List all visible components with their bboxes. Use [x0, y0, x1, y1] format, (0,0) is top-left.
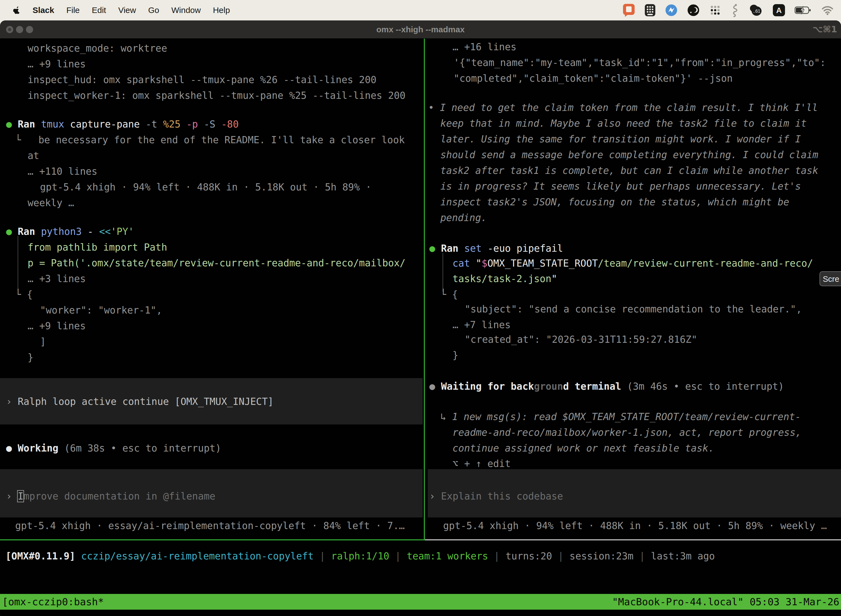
title-bar[interactable]: omx --xhigh --madmax ⌥⌘1 — [0, 21, 841, 38]
dots-grid-icon[interactable] — [709, 4, 721, 16]
menu-go[interactable]: Go — [148, 6, 159, 15]
screen-overlay-button[interactable]: Scre — [819, 271, 841, 286]
tmux-host-clock: "MacBook-Pro-44.local" 05:03 31-Mar-26 — [612, 594, 840, 610]
terminal-window: omx --xhigh --madmax ⌥⌘1 — [0, 21, 841, 616]
crescent-circle-icon[interactable] — [687, 4, 700, 16]
squiggle-icon[interactable] — [731, 3, 739, 17]
menu-help[interactable]: Help — [213, 6, 230, 15]
tmux-status-bar: [omx-cczip0:bash* "MacBook-Pro-44.local"… — [0, 594, 841, 610]
wifi-icon[interactable] — [821, 5, 834, 15]
menu-bar: Slack File Edit View Go Window Help — [0, 0, 841, 21]
badge-61-icon[interactable]: ..61 — [748, 4, 763, 17]
input-source-icon[interactable]: A — [772, 4, 785, 16]
menu-view[interactable]: View — [118, 6, 136, 15]
menu-bar-left: Slack File Edit View Go Window Help — [0, 6, 230, 15]
menu-bar-status-icons: ..61 A — [623, 0, 841, 21]
tmux-session-label: [omx-cczip0:bash* — [2, 594, 104, 610]
keypad-icon[interactable] — [645, 4, 656, 16]
svg-text:..61: ..61 — [753, 9, 760, 13]
menu-window[interactable]: Window — [171, 6, 201, 15]
pane-divider-vertical[interactable] — [424, 39, 425, 540]
chat-badge-icon[interactable] — [623, 3, 635, 17]
screen: Slack File Edit View Go Window Help — [0, 0, 841, 616]
window-title: omx --xhigh --madmax — [0, 21, 841, 38]
pane-divider-horizontal-left — [0, 539, 425, 540]
pane-divider-horizontal-right — [425, 539, 841, 540]
svg-text:A: A — [776, 6, 782, 15]
menu-edit[interactable]: Edit — [92, 6, 106, 15]
battery-icon[interactable] — [795, 6, 812, 15]
bolt-circle-icon[interactable] — [665, 4, 678, 16]
apple-menu-icon[interactable] — [13, 6, 21, 14]
app-menu-slack[interactable]: Slack — [32, 6, 54, 15]
window-shortcut-hint: ⌥⌘1 — [813, 21, 837, 38]
menu-file[interactable]: File — [66, 6, 79, 15]
